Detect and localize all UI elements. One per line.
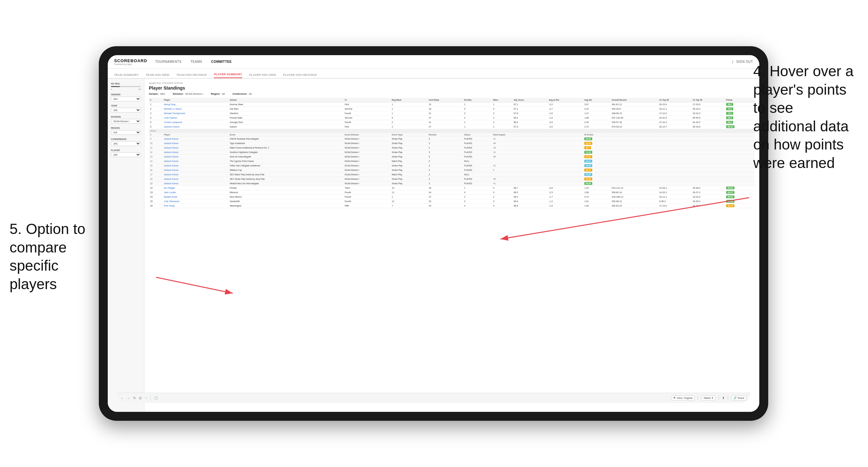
cell-points[interactable]: 98.2 — [725, 102, 755, 107]
tab-team-summary[interactable]: TEAM SUMMARY — [114, 73, 139, 78]
player-select[interactable]: (All) — [111, 152, 141, 157]
cell-overall: 509-82-14 — [611, 190, 658, 195]
evt-wpoints: 30.47 — [583, 168, 755, 173]
cell-reg-rank: 1 — [391, 111, 428, 116]
tab-team-h2h-heatmap[interactable]: TEAM H2H HEATMAP — [176, 73, 207, 78]
cell-points[interactable]: 70.2 — [725, 111, 755, 116]
evt-wpoints: 24.11 — [583, 159, 755, 163]
gender-select[interactable]: Men Women — [111, 97, 141, 101]
refresh-icon[interactable]: ↻ — [133, 396, 136, 400]
conference-select[interactable]: (All) — [111, 141, 141, 146]
evt-status: PLAYED — [463, 141, 492, 146]
region-select[interactable]: N/A — [111, 130, 141, 135]
cell-vs50: 61-20-2 — [691, 120, 725, 125]
cell-points[interactable]: 80.02 — [725, 195, 755, 199]
watch-btn[interactable]: Watch ▾ — [701, 396, 715, 400]
evt-col-wpoints: W Points — [583, 133, 755, 137]
cell-no-rds: 0 — [463, 199, 492, 204]
cell-avg-to-par: -2.0 — [548, 125, 583, 129]
cell-school: Vanderbilt — [228, 199, 343, 204]
cell-player[interactable]: Jack Lundin — [162, 190, 228, 195]
cell-vs25: 10-11-1 — [658, 195, 691, 199]
nav-teams[interactable]: TEAMS — [190, 59, 202, 64]
cell-player[interactable]: Jackson Koivun — [162, 125, 228, 129]
cell-player[interactable]: Wenyi Ding — [162, 102, 228, 107]
tab-player-summary[interactable]: PLAYER SUMMARY — [214, 73, 242, 78]
cell-avg-sg: 3.07 — [583, 102, 611, 107]
cell-player[interactable]: Bastien Amat — [162, 195, 228, 199]
view-original-btn[interactable]: 👁 View: Original — [671, 396, 694, 400]
cell-player[interactable]: Christo Lamprecht — [162, 120, 228, 125]
cell-player[interactable]: Michael Thorbjornsen — [162, 111, 228, 116]
cell-yr: Third — [343, 186, 391, 190]
tab-player-h2h-heatmap[interactable]: PLAYER H2H HEATMAP — [283, 73, 317, 78]
tab-team-h2h-grid[interactable]: TEAM H2H GRID — [146, 73, 169, 78]
export-icon[interactable]: ⬆ — [722, 396, 724, 400]
evt-num: 13 — [149, 155, 162, 159]
cell-avg-to-par: -2.7 — [548, 107, 583, 111]
cell-points[interactable]: 80.58 — [725, 186, 755, 190]
cell-rank: 23 — [149, 190, 162, 195]
cell-points[interactable]: 80.95 — [725, 199, 755, 204]
col-wins: Wins — [492, 98, 512, 102]
cell-player[interactable]: Luke Clanton — [162, 116, 228, 120]
tab-player-h2h-grid[interactable]: PLAYER H2H GRID — [249, 73, 276, 78]
cell-points[interactable]: 88.9 — [725, 116, 755, 120]
evt-division: NCAA Division I — [343, 163, 391, 168]
cell-vs25: 14-26-1 — [658, 186, 691, 190]
filter-region: Region: All — [211, 92, 225, 95]
cell-overall: 674-33-12 — [611, 125, 658, 129]
event-row: 16 Jackson Koivun Williams Cup NCAA Divi… — [149, 168, 755, 173]
cell-yr: Second — [343, 107, 391, 111]
evt-division: NCAA Division I — [343, 168, 391, 173]
cell-points[interactable]: 80.9 — [725, 120, 755, 125]
cell-player[interactable]: Michael Le Sasso — [162, 107, 228, 111]
evt-type: Stroke Play — [391, 168, 428, 173]
dots-icon[interactable]: ··· — [145, 396, 147, 400]
cell-player[interactable]: Cole Sherwood — [162, 199, 228, 204]
cell-school: Missouri — [228, 190, 343, 195]
cell-yr: Fourth — [343, 195, 391, 199]
cell-points[interactable]: 80.27 — [725, 190, 755, 195]
forward-icon[interactable]: → — [127, 396, 130, 400]
cell-vs25: 19-11-1 — [658, 107, 691, 111]
col-vs25: Vs Top 25 — [658, 98, 691, 102]
copy-icon[interactable]: ⊡ — [139, 396, 142, 400]
col-yr: Yr — [343, 98, 391, 102]
cell-wins: 0 — [492, 204, 512, 208]
evt-type: Stroke Play — [391, 146, 428, 150]
sign-out-link[interactable]: Sign out — [736, 59, 753, 64]
filter-region-label: Region: — [211, 92, 220, 95]
back-icon[interactable]: ← — [121, 396, 124, 400]
cell-avg-sg: 1.56 — [583, 204, 611, 208]
col-school: School — [228, 98, 343, 102]
cell-rank: 4 — [149, 116, 162, 120]
cell-player[interactable]: Petr Hruby — [162, 204, 228, 208]
evt-rank: +0 — [492, 141, 583, 146]
toolbar-sep-4 — [728, 396, 728, 400]
cell-avg-sg: 1.61 — [583, 199, 611, 204]
gender-label: Gender — [111, 93, 141, 96]
cell-reg-rank: 10 — [391, 186, 428, 190]
cell-player[interactable]: Ian Gilligan — [162, 186, 228, 190]
nav-tournaments[interactable]: TOURNAMENTS — [155, 59, 182, 64]
evt-rank: +0 — [492, 177, 583, 181]
evt-rounds: 3 — [428, 159, 463, 163]
year-select[interactable]: (All) — [111, 108, 141, 113]
clock-icon[interactable]: 🕐 — [154, 396, 158, 400]
cell-points[interactable]: 76.2 — [725, 107, 755, 111]
cell-points[interactable]: 38.49 — [725, 204, 755, 208]
evt-rounds: 3 — [428, 163, 463, 168]
cell-vs50: 26-27-2 — [691, 190, 725, 195]
cell-yr: First — [343, 125, 391, 129]
cell-reg-rank: 11 — [391, 190, 428, 195]
cell-points[interactable]: 68.18 — [725, 125, 755, 129]
share-btn[interactable]: 🔗 Share — [731, 396, 747, 400]
rds-slider[interactable] — [111, 86, 141, 87]
division-select[interactable]: NCAA Division I — [111, 119, 141, 124]
cell-school: Florida — [228, 186, 343, 190]
nav-committee[interactable]: COMMITTEE — [211, 59, 232, 64]
cell-adj-score: 69.4 — [513, 195, 548, 199]
cell-avg-sg: 3.10 — [583, 107, 611, 111]
evt-type: Stroke Play — [391, 141, 428, 146]
